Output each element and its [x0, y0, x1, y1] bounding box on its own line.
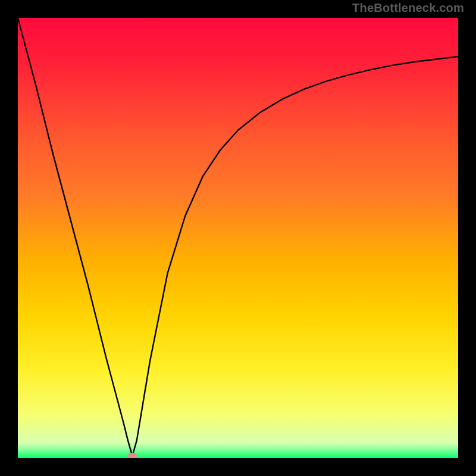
- chart-svg: [18, 18, 458, 458]
- watermark-text: TheBottleneck.com: [352, 1, 464, 15]
- gradient-background: [18, 18, 458, 458]
- plot-area: [18, 18, 458, 458]
- chart-frame: TheBottleneck.com: [0, 0, 476, 476]
